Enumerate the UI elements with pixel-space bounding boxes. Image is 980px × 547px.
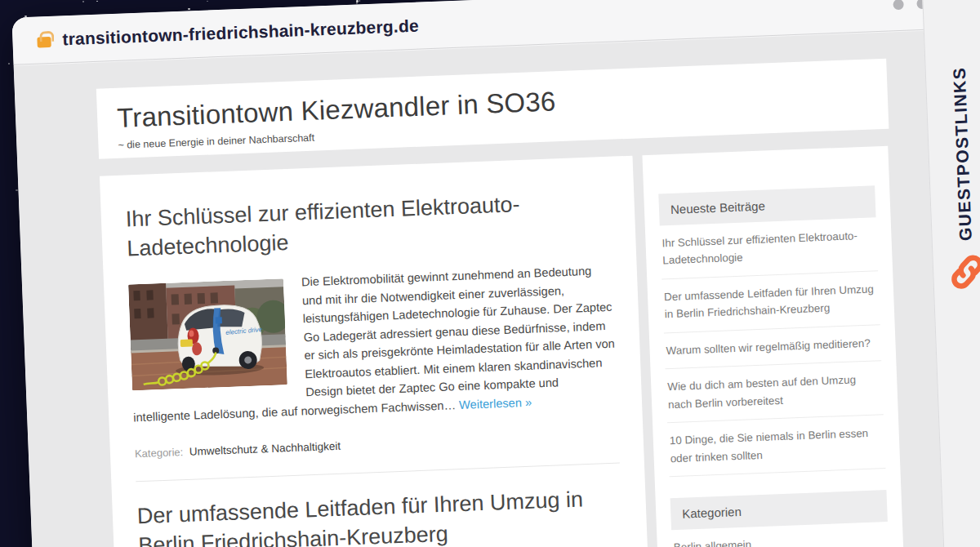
recent-posts-list: Ihr Schlüssel zur effizienten Elektroaut… <box>660 217 886 477</box>
site-header: Transitiontown Kiezwandler in SO36 ~ die… <box>96 59 889 159</box>
list-item: Der umfassende Leitfaden für Ihren Umzug… <box>662 271 880 333</box>
browser-window: transitiontown-friedrichshain-kreuzberg.… <box>11 0 980 547</box>
post-divider <box>136 463 620 483</box>
recent-post-link[interactable]: Wie du dich am besten auf den Umzug nach… <box>666 361 884 422</box>
category-link[interactable]: Umweltschutz & Nachhaltigkeit <box>189 440 341 458</box>
list-item: 10 Dinge, die Sie niemals in Berlin esse… <box>667 415 885 477</box>
recent-post-link[interactable]: Ihr Schlüssel zur effizienten Elektroaut… <box>660 217 878 278</box>
recent-post-link[interactable]: 10 Dinge, die Sie niemals in Berlin esse… <box>667 415 885 476</box>
read-more-link[interactable]: Weiterlesen » <box>459 395 532 411</box>
category-label: Kategorie: <box>135 446 184 460</box>
post-title-link[interactable]: Ihr Schlüssel zur effizienten Elektroaut… <box>125 186 611 264</box>
main-column: Ihr Schlüssel zur effizienten Elektroaut… <box>100 156 653 547</box>
post-title-link[interactable]: Der umfassende Leitfaden für Ihren Umzug… <box>136 483 622 547</box>
post-article: Der umfassende Leitfaden für Ihren Umzug… <box>136 483 625 547</box>
url-text[interactable]: transitiontown-friedrichshain-kreuzberg.… <box>62 16 419 49</box>
watermark-brand-text: GUESTPOSTLINKS <box>949 53 976 242</box>
page-content-area: Transitiontown Kiezwandler in SO36 ~ die… <box>14 21 980 547</box>
recent-post-link[interactable]: Der umfassende Leitfaden für Ihren Umzug… <box>662 271 880 332</box>
post-excerpt: electric drive <box>128 261 617 426</box>
post-article: Ihr Schlüssel zur effizienten Elektroaut… <box>125 186 619 460</box>
chain-link-icon <box>949 251 980 292</box>
electric-car-photo: electric drive <box>128 279 287 391</box>
lock-icon <box>37 37 51 48</box>
list-item: Wie du dich am besten auf den Umzug nach… <box>666 361 884 423</box>
sidebar: Neueste Beiträge Ihr Schlüssel zur effiz… <box>642 146 908 547</box>
window-dot-icon[interactable] <box>893 0 903 10</box>
list-item: Ihr Schlüssel zur effizienten Elektroaut… <box>660 217 878 279</box>
